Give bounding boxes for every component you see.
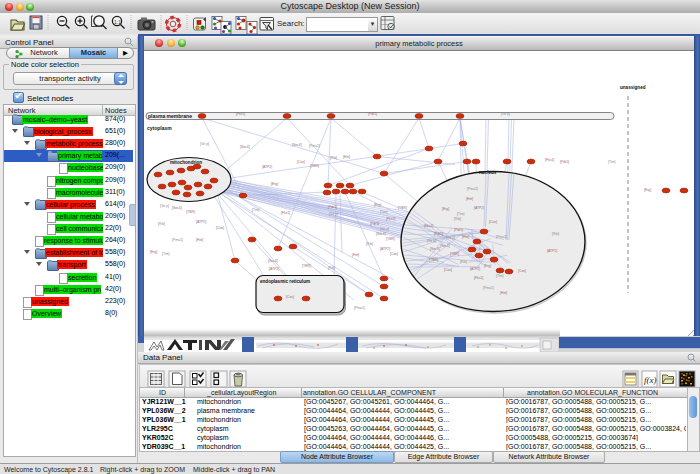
svg-text:[Sec4]: [Sec4] <box>172 205 182 209</box>
svg-text:[Pdr5]: [Pdr5] <box>560 159 569 163</box>
svg-text:[ATP2]: [ATP2] <box>380 246 390 250</box>
svg-text:[Tim]: [Tim] <box>496 273 503 277</box>
svg-text:[Cox]: [Cox] <box>444 267 452 271</box>
svg-text:[Pdr5]: [Pdr5] <box>368 111 377 115</box>
svg-text:f(x): f(x) <box>644 375 657 385</box>
svg-text:[YBR]: [YBR] <box>386 236 395 240</box>
svg-text:[Cox]: [Cox] <box>297 159 305 163</box>
svg-text:[Sec4]: [Sec4] <box>268 258 278 262</box>
svg-text:[Tim]: [Tim] <box>252 207 259 211</box>
svg-text:[YBR]: [YBR] <box>186 209 195 213</box>
svg-text:[Hxt]: [Hxt] <box>500 290 507 294</box>
svg-text:[ATP2]: [ATP2] <box>196 219 206 223</box>
svg-text:[Tim]: [Tim] <box>457 211 464 215</box>
svg-text:[Erg]: [Erg] <box>150 249 157 253</box>
svg-text:[Sec4]: [Sec4] <box>240 144 250 148</box>
svg-text:[Pdr5]: [Pdr5] <box>434 231 443 235</box>
svg-text:[Pdr5]: [Pdr5] <box>328 204 337 208</box>
svg-text:[Hxt]: [Hxt] <box>462 234 469 238</box>
svg-text:[ATP2]: [ATP2] <box>474 205 484 209</box>
svg-text:[Gx p]: [Gx p] <box>200 141 209 145</box>
svg-text:[Gx p]: [Gx p] <box>427 238 436 242</box>
svg-text:[YBR]: [YBR] <box>429 257 438 261</box>
svg-text:[Pma1]: [Pma1] <box>496 234 507 238</box>
svg-text:[Fks1]: [Fks1] <box>236 111 245 115</box>
svg-text:endoplasmic reticulum: endoplasmic reticulum <box>260 278 310 283</box>
svg-text:[Gx p]: [Gx p] <box>446 235 455 239</box>
svg-text:[Gx p]: [Gx p] <box>329 211 338 215</box>
svg-text:[Cox]: [Cox] <box>489 219 497 223</box>
svg-text:[Erg]: [Erg] <box>374 202 381 206</box>
svg-text:[Sec4]: [Sec4] <box>376 231 386 235</box>
svg-text:[Pma1]: [Pma1] <box>172 237 183 241</box>
svg-text:[Erg]: [Erg] <box>271 181 278 185</box>
svg-text:[Fks1]: [Fks1] <box>386 216 395 220</box>
svg-text:[Cox]: [Cox] <box>286 294 294 298</box>
svg-text:[ATP2]: [ATP2] <box>262 164 272 168</box>
svg-text:[Hxt]: [Hxt] <box>196 237 203 241</box>
svg-text:[ATP2]: [ATP2] <box>470 266 480 270</box>
svg-text:[Tim]: [Tim] <box>162 251 169 255</box>
svg-text:[Hxt]: [Hxt] <box>343 154 350 158</box>
svg-text:nucleus: nucleus <box>479 170 497 175</box>
svg-text:[Pdr5]: [Pdr5] <box>370 221 379 225</box>
svg-text:[Sec4]: [Sec4] <box>430 246 440 250</box>
svg-text:[Cox]: [Cox] <box>518 268 526 272</box>
svg-text:[Sec4]: [Sec4] <box>440 243 450 247</box>
svg-text:[Cox]: [Cox] <box>216 225 224 229</box>
svg-text:[Fks1]: [Fks1] <box>281 210 290 214</box>
svg-text:[Gx p]: [Gx p] <box>501 111 510 115</box>
svg-text:[YBR]: [YBR] <box>450 251 459 255</box>
svg-text:[Rib]: [Rib] <box>330 155 337 159</box>
svg-text:[Pdr5]: [Pdr5] <box>454 227 463 231</box>
svg-text:[Pma1]: [Pma1] <box>309 143 320 147</box>
svg-text:[Cox]: [Cox] <box>390 251 398 255</box>
svg-text:[Tim]: [Tim] <box>608 159 615 163</box>
svg-text:[Tim]: [Tim] <box>380 209 387 213</box>
svg-text:[Rib]: [Rib] <box>158 221 165 225</box>
svg-text:[Hxt]: [Hxt] <box>466 196 473 200</box>
svg-text:[Rib]: [Rib] <box>454 216 461 220</box>
svg-text:1:1: 1:1 <box>114 18 121 24</box>
svg-text:[Rib]: [Rib] <box>328 265 335 269</box>
svg-text:[YBR]: [YBR] <box>398 205 407 209</box>
svg-text:unassigned: unassigned <box>620 85 646 90</box>
svg-text:[Hxt]: [Hxt] <box>352 252 359 256</box>
svg-text:[Fks1]: [Fks1] <box>545 157 554 161</box>
svg-text:[Fks1]: [Fks1] <box>474 275 483 279</box>
svg-text:[Rib]: [Rib] <box>460 259 467 263</box>
svg-text:[ATP2]: [ATP2] <box>269 266 279 270</box>
svg-text:[Pma1]: [Pma1] <box>467 186 478 190</box>
svg-text:[Rib]: [Rib] <box>552 231 559 235</box>
svg-text:[Pma1]: [Pma1] <box>483 285 494 289</box>
svg-text:[Erg]: [Erg] <box>484 263 491 267</box>
svg-text:[YBR]: [YBR] <box>310 163 319 167</box>
svg-text:cytoplasm: cytoplasm <box>147 125 172 131</box>
svg-text:[Fks1]: [Fks1] <box>424 223 433 227</box>
svg-text:[Erg]: [Erg] <box>644 187 651 191</box>
svg-text:[Rib]: [Rib] <box>366 241 373 245</box>
svg-text:[Sec4]: [Sec4] <box>292 142 302 146</box>
svg-text:plasma membrane: plasma membrane <box>148 113 192 119</box>
svg-text:[Gx p]: [Gx p] <box>160 203 169 207</box>
svg-text:[ATP2]: [ATP2] <box>547 248 557 252</box>
svg-text:[Pma1]: [Pma1] <box>354 305 365 309</box>
svg-text:[Erg]: [Erg] <box>442 206 449 210</box>
svg-text:[Gx p]: [Gx p] <box>380 226 389 230</box>
svg-text:[YBR]: [YBR] <box>302 263 311 267</box>
